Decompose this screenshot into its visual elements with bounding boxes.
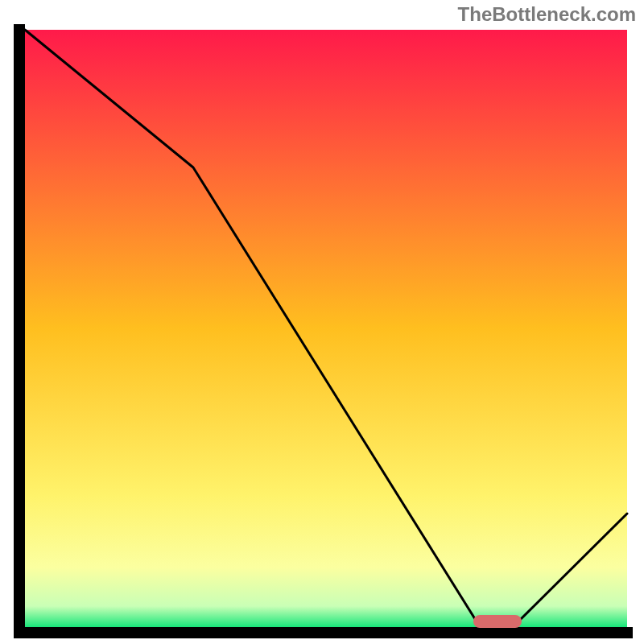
axis-left xyxy=(14,24,25,638)
bottleneck-chart xyxy=(0,0,644,644)
optimal-marker xyxy=(473,615,522,628)
attribution-watermark: TheBottleneck.com xyxy=(458,3,636,26)
axis-bottom xyxy=(14,627,633,638)
plot-background xyxy=(25,30,627,627)
chart-container: TheBottleneck.com xyxy=(0,0,644,644)
